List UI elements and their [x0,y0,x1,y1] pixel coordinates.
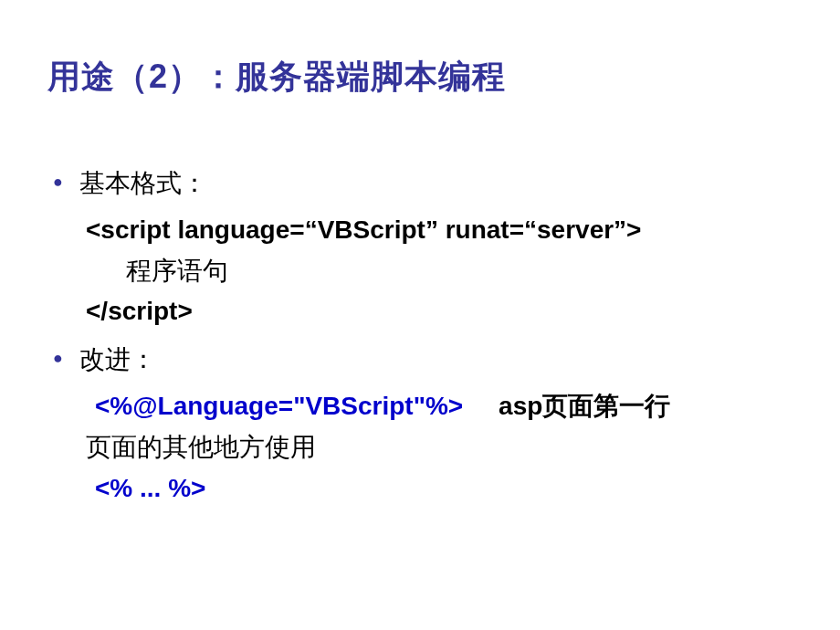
code-script-open: <script language=“VBScript” runat=“serve… [86,210,793,251]
code-directive-line: <%@Language="VBScript"%> asp页面第一行 [95,386,793,427]
code-script-close: </script> [86,291,793,332]
code-directive: <%@Language="VBScript"%> [95,392,463,420]
bullet-item-1: ● 基本格式： [53,163,793,205]
bullet-2-label: 改进： [79,340,156,381]
code-body-text: 程序语句 [126,251,793,292]
bullet-icon: ● [53,349,63,368]
code-block-line: <% ... %> [95,468,793,509]
slide-content: ● 基本格式： <script language=“VBScript” runa… [47,163,793,509]
slide-title: 用途（2）：服务器端脚本编程 [47,55,793,100]
bullet-item-2: ● 改进： [53,340,793,381]
bullet-1-label: 基本格式： [79,163,207,205]
bullet-icon: ● [53,173,63,192]
code-block: <% ... %> [95,474,205,502]
usage-text: 页面的其他地方使用 [86,427,793,468]
directive-note: asp页面第一行 [499,392,670,420]
slide-container: 用途（2）：服务器端脚本编程 ● 基本格式： <script language=… [0,0,840,545]
